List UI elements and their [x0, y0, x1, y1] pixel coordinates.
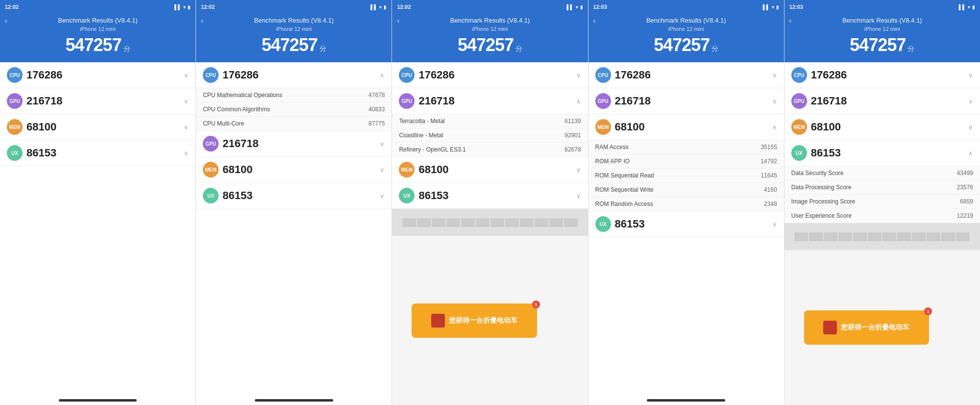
sub-score-label: Coastline - Metal	[399, 132, 443, 139]
sub-score-label: Terracotta - Metal	[399, 118, 444, 125]
chevron-ux[interactable]: ∨	[576, 192, 581, 200]
ad-banner[interactable]: 您获得一台折叠电动车1	[804, 310, 929, 345]
score-left: GPU216718	[399, 93, 454, 109]
header-title: Benchmark Results (V8.4.1)	[646, 17, 726, 24]
bottom-home-indicator	[196, 395, 392, 405]
chevron-gpu[interactable]: ∧	[576, 98, 581, 105]
status-icons: ▌▌ ▾ ▮	[959, 4, 975, 10]
score-row-ux[interactable]: UX86153∨	[0, 140, 196, 166]
back-button[interactable]: ‹	[5, 17, 7, 25]
ad-text: 您获得一台折叠电动车	[449, 316, 517, 325]
sub-score-row: ROM APP IO14792	[588, 154, 784, 169]
chevron-cpu[interactable]: ∨	[184, 72, 189, 79]
score-row-mem[interactable]: MEM68100∨	[784, 114, 980, 140]
chevron-mem[interactable]: ∨	[184, 124, 189, 131]
chevron-mem[interactable]: ∨	[380, 166, 385, 174]
score-row-ux[interactable]: UX86153∨	[196, 183, 392, 209]
phone-panel-panel3: 12:02▌▌ ▾ ▮‹Benchmark Results (V8.4.1)iP…	[392, 0, 588, 405]
chevron-cpu[interactable]: ∨	[772, 72, 777, 79]
status-icons: ▌▌ ▾ ▮	[174, 4, 191, 10]
score-unit: 分	[515, 45, 522, 53]
score-row-gpu[interactable]: GPU216718∨	[0, 88, 196, 114]
chevron-gpu[interactable]: ∨	[968, 98, 973, 105]
score-row-gpu[interactable]: GPU216718∨	[588, 88, 784, 114]
chevron-ux[interactable]: ∨	[184, 150, 189, 157]
score-row-mem[interactable]: MEM68100∨	[392, 157, 588, 183]
phone-panel-panel5: 12:03▌▌ ▾ ▮‹Benchmark Results (V8.4.1)iP…	[784, 0, 980, 405]
score-left: GPU216718	[595, 93, 651, 109]
chevron-cpu[interactable]: ∨	[576, 72, 581, 79]
score-number: 547257	[850, 35, 906, 55]
sub-score-value: 4160	[764, 186, 777, 193]
score-row-cpu[interactable]: CPU176286∨	[392, 62, 588, 88]
chevron-ux[interactable]: ∧	[968, 150, 973, 157]
score-left: CPU176286	[7, 67, 62, 83]
score-row-cpu[interactable]: CPU176286∧	[196, 62, 392, 88]
back-button[interactable]: ‹	[201, 17, 203, 25]
chevron-mem[interactable]: ∨	[576, 166, 581, 174]
signal-icon: ▌▌	[959, 4, 966, 10]
badge-mem: MEM	[203, 162, 219, 177]
score-value-gpu: 216718	[615, 95, 651, 107]
chevron-cpu[interactable]: ∨	[968, 72, 973, 79]
score-row-cpu[interactable]: CPU176286∨	[0, 62, 196, 88]
sub-score-value: 11645	[760, 172, 777, 179]
chevron-mem[interactable]: ∧	[772, 124, 777, 131]
back-button[interactable]: ‹	[593, 17, 596, 25]
score-row-ux[interactable]: UX86153∧	[784, 140, 980, 166]
status-time: 12:03	[789, 4, 803, 10]
score-row-mem[interactable]: MEM68100∨	[196, 157, 392, 183]
score-left: MEM68100	[203, 162, 252, 177]
back-button[interactable]: ‹	[789, 17, 792, 25]
sub-score-value: 6859	[960, 198, 973, 205]
ad-banner[interactable]: 您获得一台折叠电动车1	[412, 304, 537, 338]
score-row-gpu[interactable]: GPU216718∧	[392, 88, 588, 114]
chevron-gpu[interactable]: ∨	[184, 98, 189, 105]
wifi-icon: ▾	[968, 4, 970, 10]
chevron-mem[interactable]: ∨	[968, 124, 973, 131]
sub-score-row: Refinery - OpenGL ES3.162678	[392, 143, 588, 157]
home-bar	[647, 399, 725, 402]
score-value-gpu: 216718	[811, 95, 847, 107]
score-row-gpu[interactable]: GPU216718∨	[784, 88, 980, 114]
score-row-ux[interactable]: UX86153∨	[588, 211, 784, 237]
score-row-mem[interactable]: MEM68100∧	[588, 114, 784, 140]
battery-icon: ▮	[972, 4, 975, 10]
badge-mem: MEM	[399, 162, 415, 177]
status-time: 12:03	[593, 4, 607, 10]
score-row-ux[interactable]: UX86153∨	[392, 183, 588, 209]
chevron-ux[interactable]: ∨	[380, 192, 385, 200]
chevron-gpu[interactable]: ∨	[380, 140, 385, 148]
status-bar: 12:02▌▌ ▾ ▮	[0, 0, 196, 14]
score-row-mem[interactable]: MEM68100∨	[0, 114, 196, 140]
score-row-cpu[interactable]: CPU176286∨	[588, 62, 784, 88]
status-bar: 12:03▌▌ ▾ ▮	[588, 0, 784, 14]
score-left: UX86153	[399, 188, 448, 203]
chevron-gpu[interactable]: ∨	[772, 98, 777, 105]
phone-panel-panel2: 12:02▌▌ ▾ ▮‹Benchmark Results (V8.4.1)iP…	[196, 0, 392, 405]
sub-score-label: Image Processing Score	[791, 198, 856, 205]
score-value-mem: 68100	[811, 121, 841, 133]
status-time: 12:02	[5, 4, 19, 10]
score-row-gpu[interactable]: GPU216718∨	[196, 131, 392, 157]
sub-score-label: CPU Multi-Core	[203, 120, 244, 127]
signal-icon: ▌▌	[566, 4, 573, 10]
status-icons: ▌▌ ▾ ▮	[566, 4, 583, 10]
chevron-cpu[interactable]: ∧	[380, 72, 385, 79]
score-number: 547257	[66, 35, 122, 55]
battery-icon: ▮	[188, 4, 191, 10]
sub-score-value: 92901	[564, 132, 581, 139]
chevron-ux[interactable]: ∨	[772, 221, 777, 228]
score-left: UX86153	[7, 145, 56, 161]
ad-icon	[431, 314, 445, 328]
score-value-gpu: 216718	[26, 95, 62, 107]
sub-score-row: Data Security Score43499	[784, 166, 980, 180]
score-value-mem: 68100	[222, 163, 252, 176]
score-row-cpu[interactable]: CPU176286∨	[784, 62, 980, 88]
sub-score-label: RAM Access	[595, 144, 629, 151]
status-bar: 12:02▌▌ ▾ ▮	[392, 0, 588, 14]
sub-score-label: ROM APP IO	[595, 158, 630, 165]
signal-icon: ▌▌	[174, 4, 181, 10]
score-value-ux: 86153	[811, 147, 841, 159]
back-button[interactable]: ‹	[397, 17, 399, 25]
